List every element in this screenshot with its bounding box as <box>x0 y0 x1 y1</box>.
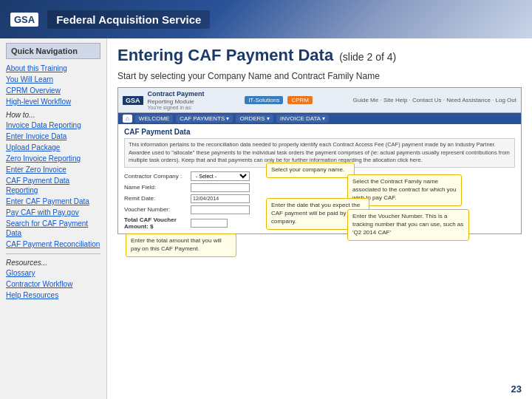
form-label-remit-date: Remit Date: <box>124 195 191 202</box>
sidebar-item-zero-invoice-reporting[interactable]: Zero Invoice Reporting <box>6 154 100 163</box>
sidebar-item-pay-caf-paygov[interactable]: Pay CAF with Pay.gov <box>6 208 100 217</box>
howto-label: How to... <box>6 111 100 119</box>
form-label-total: Total CAF Voucher Amount: $ <box>124 216 191 230</box>
sidebar-item-contractor-workflow[interactable]: Contractor Workflow <box>6 279 100 289</box>
cprm-nav-invoice-data[interactable]: INVOICE DATA ▾ <box>276 115 329 123</box>
callout-company: Select your company name. <box>266 163 355 178</box>
page-subtitle: Start by selecting your Company Name and… <box>117 71 522 81</box>
form-label-name: Name Field: <box>124 184 191 191</box>
cprm-cprm-badge: CPRM <box>287 96 313 104</box>
voucher-number-input[interactable] <box>191 205 250 214</box>
main-content: Entering CAF Payment Data (slide 2 of 4)… <box>107 38 532 399</box>
cprm-it-badge: IT-Solutions <box>245 96 283 104</box>
cprm-gsa-logo: GSA <box>123 96 143 105</box>
cprm-module-info: Contract Payment Reporting Module You're… <box>148 90 205 110</box>
page-number: 23 <box>511 383 522 395</box>
sidebar-item-invoice-data-reporting[interactable]: Invoice Data Reporting <box>6 120 100 130</box>
main-layout: Quick Navigation About this Training You… <box>0 38 532 399</box>
slide-info: (slide 2 of 4) <box>339 51 396 63</box>
gsa-logo: GSA <box>10 13 38 27</box>
sidebar-about-links: About this Training You Will Learn CPRM … <box>6 64 100 106</box>
cprm-module-box: GSA Contract Payment Reporting Module Yo… <box>117 87 522 233</box>
total-amount-input[interactable] <box>191 219 228 228</box>
sidebar-item-you-will-learn[interactable]: You Will Learn <box>6 75 100 84</box>
sidebar-item-high-level-workflow[interactable]: High-level Workflow <box>6 97 100 106</box>
cprm-nav-right: Guide Me · Site Help · Contact Us · Need… <box>353 97 516 103</box>
sidebar-howto-links: Invoice Data Reporting Enter Invoice Dat… <box>6 120 100 249</box>
contractor-company-select[interactable]: - Select - <box>191 171 250 181</box>
sidebar-resources-links: Glossary Contractor Workflow Help Resour… <box>6 268 100 300</box>
cprm-module-title: Contract Payment <box>148 90 205 98</box>
remit-date-input[interactable] <box>191 194 250 203</box>
cprm-module-subtitle: Reporting Module <box>148 98 205 105</box>
form-label-company: Contractor Company : <box>124 173 191 180</box>
sidebar-item-cprm-overview[interactable]: CPRM Overview <box>6 86 100 95</box>
sidebar-item-glossary[interactable]: Glossary <box>6 268 100 278</box>
sidebar-item-enter-caf-payment-data[interactable]: Enter CAF Payment Data <box>6 197 100 206</box>
cprm-navbar: ⌂ WELCOME CAF PAYMENTS ▾ ORDERS ▾ INVOIC… <box>118 113 521 124</box>
cprm-signed-in: You're signed in as: <box>148 105 205 110</box>
callout-voucher: Enter the Voucher Number. This is a trac… <box>347 209 469 240</box>
form-label-voucher: Voucher Number: <box>124 206 191 213</box>
sidebar-item-search-caf-payment-data[interactable]: Search for CAF Payment Data <box>6 219 100 238</box>
sidebar-item-help-resources[interactable]: Help Resources <box>6 290 100 300</box>
sidebar: Quick Navigation About this Training You… <box>0 38 107 399</box>
cprm-content-area: CAF Payment Data This information pertai… <box>118 124 521 233</box>
page-heading: Entering CAF Payment Data <box>117 46 333 65</box>
name-field-input[interactable] <box>191 183 250 192</box>
sidebar-item-about-training[interactable]: About this Training <box>6 64 100 73</box>
resources-label: Resources... <box>6 259 100 267</box>
page-title: Federal Acquisition Service <box>47 10 210 29</box>
sidebar-title: Quick Navigation <box>6 43 100 59</box>
sidebar-item-enter-invoice-data[interactable]: Enter Invoice Data <box>6 132 100 141</box>
sidebar-item-enter-zero-invoice[interactable]: Enter Zero Invoice <box>6 165 100 174</box>
sidebar-item-caf-payment-reconciliation[interactable]: CAF Payment Reconciliation <box>6 239 100 249</box>
sidebar-divider <box>6 253 100 254</box>
cprm-section-title: CAF Payment Data <box>124 128 515 136</box>
cprm-home-button[interactable]: ⌂ <box>123 115 132 123</box>
callout-total: Enter the total amount that you will pay… <box>126 233 236 257</box>
cprm-nav-welcome[interactable]: WELCOME <box>135 115 173 123</box>
cprm-nav-caf-payments[interactable]: CAF PAYMENTS ▾ <box>176 115 233 123</box>
page-header: GSA Federal Acquisition Service <box>0 0 532 38</box>
cprm-nav-orders[interactable]: ORDERS ▾ <box>236 115 273 123</box>
sidebar-item-caf-payment-data-reporting[interactable]: CAF Payment Data Reporting <box>6 176 100 195</box>
cprm-topbar: GSA Contract Payment Reporting Module Yo… <box>118 88 521 113</box>
sidebar-item-upload-package[interactable]: Upload Package <box>6 143 100 152</box>
